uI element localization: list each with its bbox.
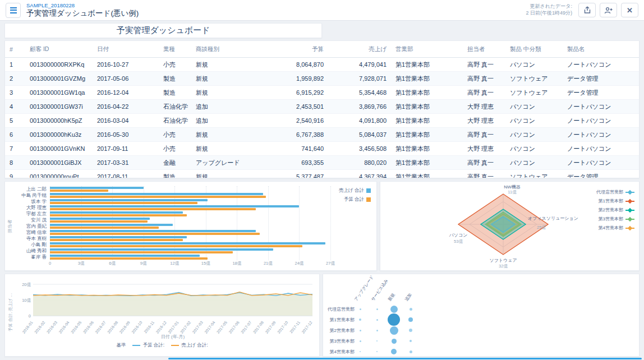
bubble[interactable] <box>376 308 378 310</box>
column-header[interactable]: 製品名 <box>563 41 639 58</box>
sales-bar[interactable] <box>50 236 187 238</box>
budget-bar[interactable] <box>50 202 197 204</box>
radar-legend-item[interactable]: 第2営業本部 <box>596 207 634 213</box>
radar-chart-widget: NW機器11億オフィスソリューション25億ソフトウェア32億パソコン53億 代理… <box>380 181 640 271</box>
bubble[interactable] <box>392 339 397 344</box>
table-row[interactable]: 20013000001GVZMg2017-05-06製造新規1,959,8927… <box>5 72 639 86</box>
budget-bar[interactable] <box>50 251 233 253</box>
bubble[interactable] <box>388 313 400 326</box>
column-header[interactable]: 顧客 ID <box>25 41 93 58</box>
sales-bar[interactable] <box>50 187 144 189</box>
budget-bar[interactable] <box>50 190 108 192</box>
bubble[interactable] <box>410 350 412 353</box>
table-header: #顧客 ID日付業種商談種別予算売上げ営業部担当者製品 中分類製品名 <box>5 41 639 58</box>
sales-bar[interactable] <box>50 224 173 226</box>
table-cell: 2016-04-22 <box>93 100 159 114</box>
budget-bar[interactable] <box>50 196 266 198</box>
table-cell: ノートパソコン <box>563 58 639 72</box>
budget-bar[interactable] <box>50 239 183 241</box>
bubble[interactable] <box>360 340 361 342</box>
bubble[interactable] <box>390 306 398 313</box>
table-row[interactable]: 50013000000hK5pZ2016-03-04石油化学追加2,540,91… <box>5 114 639 128</box>
diamond-marker-icon <box>625 216 634 221</box>
share-button[interactable] <box>578 3 596 17</box>
table-cell: 5 <box>5 114 25 128</box>
bubble[interactable] <box>376 319 378 321</box>
close-icon: ✕ <box>627 6 633 15</box>
table-cell: 第1営業本部 <box>391 142 463 156</box>
table-row[interactable]: 60013000000hKu3z2016-05-30小売新規6,767,3885… <box>5 128 639 142</box>
budget-bar[interactable] <box>50 257 208 260</box>
sales-bar[interactable] <box>50 230 256 232</box>
column-header[interactable]: 商談種別 <box>191 41 261 58</box>
bubble[interactable] <box>408 317 413 322</box>
line-y-tick: 0 <box>29 313 31 319</box>
horizontal-scrollbar[interactable] <box>168 358 642 359</box>
breadcrumb[interactable]: SAMPLE_20180228 <box>26 2 139 8</box>
line-x-tick: 2017-01 <box>167 320 179 334</box>
sales-bar[interactable] <box>50 218 150 220</box>
column-header[interactable]: 日付 <box>93 41 159 58</box>
bubble[interactable] <box>376 340 378 341</box>
column-header[interactable]: 製品 中分類 <box>505 41 563 58</box>
radar-legend-item[interactable]: 第1営業本部 <box>596 198 634 204</box>
close-button[interactable]: ✕ <box>621 3 638 17</box>
table-cell: 小売 <box>159 128 191 142</box>
column-header[interactable]: 予算 <box>261 41 328 58</box>
bubble[interactable] <box>359 319 361 321</box>
table-row[interactable]: 70013000001GVnKN2017-09-11小売新規741,6403,4… <box>5 142 639 156</box>
sales-bar[interactable] <box>50 205 299 207</box>
budget-bar[interactable] <box>50 214 187 216</box>
table-cell: 新規 <box>191 142 261 156</box>
bubble[interactable] <box>390 326 398 335</box>
diamond-marker-icon <box>625 199 634 204</box>
bubble[interactable] <box>376 330 378 331</box>
table-row[interactable]: 40013000001GW37i2016-04-22石油化学追加2,453,50… <box>5 100 639 114</box>
sales-bar[interactable] <box>50 242 325 244</box>
table-row[interactable]: 10013000000RXPKq2016-10-27小売新規8,064,8704… <box>5 58 639 72</box>
budget-bar[interactable] <box>50 208 256 210</box>
table-cell: 693,355 <box>261 156 328 170</box>
bubble[interactable] <box>409 329 412 332</box>
budget-bar[interactable] <box>50 233 260 235</box>
bubble[interactable] <box>391 349 397 354</box>
line-legend-item[interactable]: 予算 合計: <box>132 342 164 349</box>
budget-bar[interactable] <box>50 245 302 247</box>
bar-group <box>50 186 330 192</box>
sales-bar[interactable] <box>50 248 273 251</box>
table-cell: ノートパソコン <box>563 142 639 156</box>
sales-bar[interactable] <box>50 255 200 257</box>
table-row[interactable]: 80013000001GiBJX2017-03-31金融アップグレード693,3… <box>5 156 639 170</box>
column-header[interactable]: 業種 <box>159 41 191 58</box>
dashboard-list-button[interactable] <box>6 3 21 18</box>
budget-bar[interactable] <box>50 220 148 223</box>
dashboard-title-widget: 予実管理ダッシュボード <box>4 23 322 38</box>
line-y-axis-label: 予算 合計, 売上げ … <box>8 293 13 331</box>
bar-legend-item[interactable]: 予算 合計 <box>339 196 371 203</box>
column-header[interactable]: 売上げ <box>328 41 391 58</box>
column-header[interactable]: # <box>5 41 25 58</box>
radar-legend-item[interactable]: 第3営業本部 <box>596 216 634 222</box>
add-user-button[interactable] <box>600 3 617 17</box>
bubble[interactable] <box>376 351 378 352</box>
sales-bar[interactable] <box>50 211 183 214</box>
sales-bar[interactable] <box>50 193 263 195</box>
bubble[interactable] <box>360 308 361 310</box>
table-row[interactable]: 90013000000rouPt2017-08-11製造新規5,377,4874… <box>5 170 639 179</box>
line-chart: 010億20億2016-012016-022016-032016-042016-… <box>16 278 319 341</box>
bar-legend-item[interactable]: 売上げ 合計 <box>339 187 371 194</box>
column-header[interactable]: 営業部 <box>391 41 463 58</box>
bubble[interactable] <box>410 308 412 311</box>
line-legend-item[interactable]: 売上げ 合計: <box>171 342 208 349</box>
budget-bar[interactable] <box>50 227 159 229</box>
bubble[interactable] <box>360 330 361 331</box>
bubble[interactable] <box>410 340 412 342</box>
column-header[interactable]: 担当者 <box>463 41 505 58</box>
radar-legend-item[interactable]: 代理店営業部 <box>596 189 634 195</box>
bubble[interactable] <box>360 351 361 352</box>
table-row[interactable]: 30013000001GW1qa2016-12-04製造新規6,915,2925… <box>5 86 639 100</box>
sales-bar[interactable] <box>50 199 208 201</box>
table-cell: 1 <box>5 58 25 72</box>
radar-legend-item[interactable]: 第4営業本部 <box>596 225 634 231</box>
legend-label: 第1営業本部 <box>599 198 623 204</box>
